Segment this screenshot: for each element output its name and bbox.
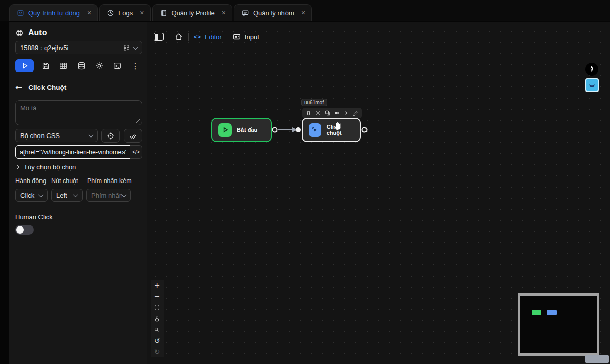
automation-icon (17, 9, 24, 17)
verify-selector-button[interactable] (124, 129, 142, 143)
tab-quan-ly-profile[interactable]: Quản lý Profile × (152, 4, 232, 21)
selector-type-select[interactable]: Bộ chọn CSS (15, 129, 98, 142)
canvas-toolbar: <> Editor Input (154, 31, 259, 42)
action-label: Hành động (15, 177, 46, 185)
tab-label: Logs (118, 9, 133, 17)
css-selector-input[interactable] (15, 145, 130, 159)
start-node-icon (218, 123, 232, 137)
node-start[interactable]: Bắt đầu (211, 118, 272, 142)
chevron-down-icon (121, 192, 127, 197)
breadcrumb-input[interactable]: Input (232, 32, 259, 41)
tab-logs[interactable]: Logs × (99, 4, 150, 21)
terminal-icon (113, 61, 122, 70)
clock-icon (107, 9, 114, 17)
mouse-button-select[interactable]: Left (51, 189, 83, 202)
node-click-chuot[interactable]: Click chuột (302, 118, 361, 142)
workflow-select[interactable]: 15889 : q2ejhv5i (15, 41, 142, 54)
chevron-right-icon (15, 165, 20, 170)
input-form-icon (232, 32, 241, 41)
mouse-button-label: Nút chuột (51, 177, 78, 185)
flow-canvas[interactable]: <> Editor Input uu61mof (147, 22, 610, 364)
duplicate-icon[interactable] (324, 110, 331, 116)
target-icon (107, 132, 115, 140)
zoom-in-button[interactable]: + (151, 280, 164, 291)
home-icon[interactable] (174, 32, 183, 41)
tab-label: Quy trình tự động (28, 9, 80, 17)
app-window: Quy trình tự động × Logs × Quản lý Profi… (0, 0, 610, 364)
canvas-controls: + − ↺ ↻ (151, 280, 164, 357)
output-port-click[interactable] (362, 128, 367, 132)
undo-button[interactable]: ↺ (151, 335, 164, 346)
node-id-badge: uu61mof (301, 99, 327, 106)
css-selector-row: </> (15, 145, 142, 159)
node-settings-icon[interactable] (315, 110, 321, 116)
sidebar: Auto 15889 : q2ejhv5i (9, 22, 147, 364)
chevron-down-icon (38, 192, 44, 197)
redo-button[interactable]: ↻ (151, 346, 164, 357)
minimap[interactable] (518, 293, 599, 356)
code-button[interactable]: </> (130, 145, 142, 159)
zoom-out-button[interactable]: − (151, 291, 164, 302)
pen-tool-badge[interactable] (585, 63, 598, 76)
click-node-icon (309, 123, 321, 137)
smile-curve-icon (588, 81, 596, 89)
modifier-label: Phím nhấn kèm (87, 177, 132, 185)
workflow-select-value: 15889 : q2ejhv5i (20, 44, 68, 52)
more-button[interactable]: ⋮ (129, 59, 142, 72)
double-check-icon (129, 132, 137, 140)
fit-view-button[interactable] (151, 302, 164, 313)
output-port-start[interactable] (273, 128, 277, 132)
tab-quy-trinh-tu-dong[interactable]: Quy trình tự động × (9, 4, 98, 21)
input-label: Input (245, 33, 259, 41)
code-brackets-icon: <> (194, 34, 201, 40)
toggle-sidebar-icon[interactable] (154, 33, 164, 41)
tab-label: Quản lý nhóm (253, 9, 294, 17)
description-textarea[interactable] (15, 100, 142, 125)
chevron-down-icon (133, 44, 138, 50)
table-button[interactable] (57, 59, 70, 72)
settings-button[interactable] (93, 59, 106, 72)
close-icon[interactable]: × (140, 9, 144, 17)
sidebar-header: Auto (15, 28, 47, 37)
modifier-select[interactable]: Phím nhấn ... (86, 189, 131, 202)
pick-element-button[interactable] (101, 129, 120, 143)
toggle-knob (16, 226, 24, 234)
toggle-enabled-icon[interactable] (334, 110, 340, 116)
zoom-selection-button[interactable] (151, 324, 164, 335)
breadcrumb-editor[interactable]: <> Editor (194, 33, 222, 41)
close-icon[interactable]: × (222, 9, 226, 17)
tab-label: Quản lý Profile (172, 9, 215, 17)
save-icon (41, 61, 50, 70)
human-click-toggle[interactable] (15, 225, 34, 235)
edit-icon[interactable] (352, 110, 359, 116)
terminal-button[interactable] (111, 59, 124, 72)
divider (169, 33, 169, 41)
sidebar-toolbar: ⋮ (15, 59, 142, 72)
horizontal-scrollbar-thumb[interactable] (585, 355, 609, 363)
action-select[interactable]: Click (15, 189, 48, 202)
minimap-node-start (532, 310, 541, 315)
selector-options-toggle[interactable]: Tùy chọn bộ chọn (15, 163, 76, 171)
node-label: Bắt đầu (237, 127, 257, 133)
close-icon[interactable]: × (301, 9, 305, 17)
back-arrow-icon[interactable]: ← (15, 82, 22, 93)
editor-label: Editor (205, 33, 222, 41)
database-button[interactable] (75, 59, 88, 72)
lock-button[interactable] (151, 313, 164, 324)
human-click-label: Human Click (15, 213, 53, 221)
close-icon[interactable]: × (87, 9, 91, 17)
database-icon (77, 61, 86, 70)
node-label: Click chuột (327, 124, 354, 136)
mouse-button-value: Left (56, 192, 67, 199)
run-node-icon[interactable] (343, 110, 349, 116)
input-port-click[interactable] (296, 127, 301, 132)
modifier-placeholder: Phím nhấn ... (91, 192, 122, 199)
chevron-down-icon (89, 132, 94, 138)
save-button[interactable] (39, 59, 52, 72)
assistant-avatar[interactable] (585, 78, 599, 92)
run-button[interactable] (15, 59, 34, 72)
unlock-icon (154, 315, 160, 322)
sidebar-title: Auto (28, 28, 47, 37)
tab-quan-ly-nhom[interactable]: Quản lý nhóm × (234, 4, 312, 21)
delete-icon[interactable] (305, 110, 312, 116)
